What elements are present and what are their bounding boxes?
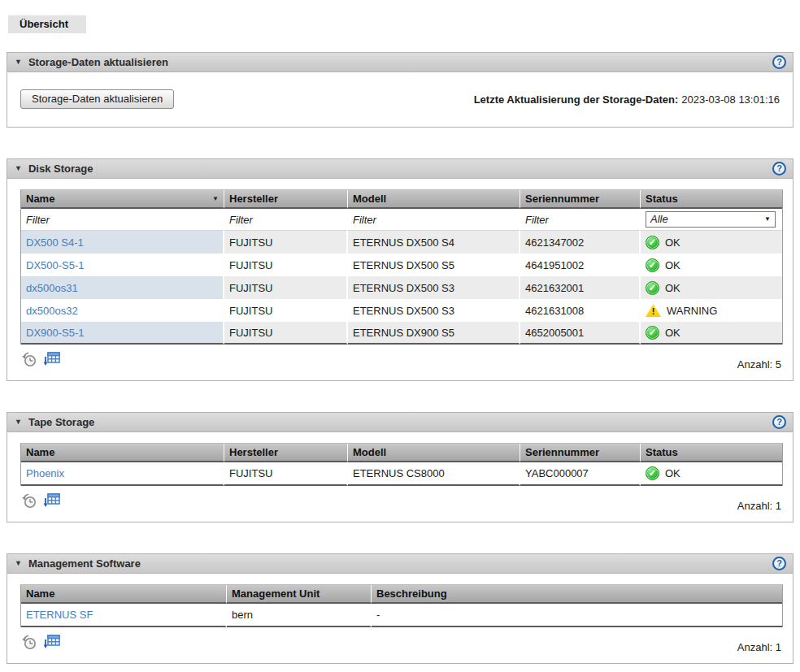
panel-header-tape-storage[interactable]: ▼ Tape Storage ? xyxy=(7,413,793,432)
panel-body-tape-storage: Name Hersteller Modell Seriennummer Stat… xyxy=(7,432,793,522)
export-table-icon[interactable] xyxy=(42,492,61,512)
last-update-value: 2023-03-08 13:01:16 xyxy=(681,93,780,106)
column-header-seriennummer[interactable]: Seriennummer xyxy=(520,444,641,462)
description-cell: - xyxy=(372,604,782,627)
history-clock-icon[interactable] xyxy=(20,492,38,512)
column-header-name[interactable]: Name xyxy=(21,444,224,462)
table-row: DX500 S4-1 FUJITSU ETERNUS DX500 S4 4621… xyxy=(21,231,782,254)
column-header-name[interactable]: Name▼ xyxy=(21,190,224,209)
table-row: DX900-S5-1 FUJITSU ETERNUS DX900 S5 4652… xyxy=(21,322,782,345)
status-label: OK xyxy=(665,327,680,339)
status-filter-select[interactable]: Alle ▼ xyxy=(646,211,776,228)
panel-title: Disk Storage xyxy=(28,163,93,175)
storage-link[interactable]: Phoenix xyxy=(26,467,64,479)
storage-link[interactable]: DX900-S5-1 xyxy=(26,327,85,339)
status-warning-icon xyxy=(646,304,661,317)
table-header-row: Name▼ Hersteller Modell Seriennummer Sta… xyxy=(21,190,782,209)
serial-cell: 4621347002 xyxy=(520,231,641,254)
column-header-hersteller[interactable]: Hersteller xyxy=(224,190,348,209)
serial-cell: 4652005001 xyxy=(520,322,641,345)
column-header-name[interactable]: Name xyxy=(21,585,227,604)
column-header-seriennummer[interactable]: Seriennummer xyxy=(520,190,641,209)
model-cell: ETERNUS CS8000 xyxy=(348,462,520,486)
storage-link[interactable]: dx500os32 xyxy=(26,305,78,317)
management-software-link[interactable]: ETERNUS SF xyxy=(26,609,93,621)
status-label: WARNING xyxy=(667,305,717,317)
panel-title: Tape Storage xyxy=(28,416,94,428)
help-icon[interactable]: ? xyxy=(772,415,786,429)
table-footer: Anzahl: 5 xyxy=(20,350,781,371)
status-ok-icon xyxy=(646,258,659,272)
count-label: Anzahl: 5 xyxy=(737,358,781,371)
filter-row: Alle ▼ xyxy=(21,209,782,231)
panel-tape-storage: ▼ Tape Storage ? Name Hersteller Modell … xyxy=(7,412,793,522)
tab-uebersicht[interactable]: Übersicht xyxy=(8,15,86,33)
refresh-storage-data-button[interactable]: Storage-Daten aktualisieren xyxy=(20,89,174,109)
collapse-icon[interactable]: ▼ xyxy=(15,560,22,567)
status-ok-icon xyxy=(646,281,659,295)
model-cell: ETERNUS DX500 S3 xyxy=(348,276,520,299)
last-update-label: Letzte Aktualisierung der Storage-Daten: xyxy=(474,93,679,106)
panel-disk-storage: ▼ Disk Storage ? Name▼ Hersteller Modell… xyxy=(7,158,793,381)
serial-cell: YABC000007 xyxy=(520,462,641,486)
table-row: dx500os32 FUJITSU ETERNUS DX500 S3 46216… xyxy=(21,299,782,322)
column-header-management-unit[interactable]: Management Unit xyxy=(227,585,372,604)
panel-body-management-software: Name Management Unit Beschreibung ETERNU… xyxy=(7,574,793,663)
table-header-row: Name Hersteller Modell Seriennummer Stat… xyxy=(21,444,782,462)
tape-storage-table: Name Hersteller Modell Seriennummer Stat… xyxy=(20,443,783,486)
count-label: Anzahl: 1 xyxy=(737,500,781,512)
status-filter-value: Alle xyxy=(650,213,668,225)
filter-input-seriennummer[interactable] xyxy=(525,214,628,226)
last-update-info: Letzte Aktualisierung der Storage-Daten:… xyxy=(474,93,780,106)
column-header-modell[interactable]: Modell xyxy=(348,444,520,462)
panel-header-storage-refresh[interactable]: ▼ Storage-Daten aktualisieren ? xyxy=(7,53,793,72)
status-ok-icon xyxy=(646,236,659,249)
chevron-down-icon: ▼ xyxy=(764,216,771,223)
table-row: DX500-S5-1 FUJITSU ETERNUS DX500 S5 4641… xyxy=(21,254,782,276)
storage-link[interactable]: dx500os31 xyxy=(26,282,78,294)
vendor-cell: FUJITSU xyxy=(224,254,348,276)
model-cell: ETERNUS DX500 S4 xyxy=(348,231,520,254)
vendor-cell: FUJITSU xyxy=(224,322,348,345)
filter-input-hersteller[interactable] xyxy=(229,214,336,226)
column-header-beschreibung[interactable]: Beschreibung xyxy=(372,585,782,604)
panel-header-management-software[interactable]: ▼ Management Software ? xyxy=(7,554,793,574)
help-icon[interactable]: ? xyxy=(772,557,786,570)
collapse-icon[interactable]: ▼ xyxy=(15,165,22,172)
history-clock-icon[interactable] xyxy=(20,350,38,371)
storage-link[interactable]: DX500 S4-1 xyxy=(26,236,84,249)
history-clock-icon[interactable] xyxy=(20,633,38,653)
filter-input-modell[interactable] xyxy=(353,214,506,226)
help-icon[interactable]: ? xyxy=(772,55,786,69)
sort-desc-icon[interactable]: ▼ xyxy=(212,195,219,202)
table-row: Phoenix FUJITSU ETERNUS CS8000 YABC00000… xyxy=(21,462,782,486)
filter-input-name[interactable] xyxy=(26,214,208,226)
serial-cell: 4641951002 xyxy=(520,254,641,276)
collapse-icon[interactable]: ▼ xyxy=(15,59,22,66)
panel-body-disk-storage: Name▼ Hersteller Modell Seriennummer Sta… xyxy=(7,179,793,380)
panel-title: Storage-Daten aktualisieren xyxy=(28,56,168,68)
vendor-cell: FUJITSU xyxy=(224,462,348,486)
vendor-cell: FUJITSU xyxy=(224,299,348,322)
count-label: Anzahl: 1 xyxy=(737,641,781,653)
status-ok-icon xyxy=(646,466,659,480)
status-ok-icon xyxy=(646,326,659,340)
table-footer: Anzahl: 1 xyxy=(20,492,781,512)
column-header-status[interactable]: Status xyxy=(641,444,782,462)
column-header-hersteller[interactable]: Hersteller xyxy=(224,444,348,462)
overview-page: Übersicht ▼ Storage-Daten aktualisieren … xyxy=(0,0,800,672)
panel-title: Management Software xyxy=(28,557,141,570)
column-header-status[interactable]: Status xyxy=(641,190,782,209)
panel-header-disk-storage[interactable]: ▼ Disk Storage ? xyxy=(7,159,793,179)
vendor-cell: FUJITSU xyxy=(224,276,348,299)
export-table-icon[interactable] xyxy=(42,633,61,653)
export-table-icon[interactable] xyxy=(42,350,61,371)
table-row: ETERNUS SF bern - xyxy=(21,604,782,627)
column-header-modell[interactable]: Modell xyxy=(348,190,520,209)
collapse-icon[interactable]: ▼ xyxy=(15,418,22,426)
serial-cell: 4621632001 xyxy=(520,276,641,299)
help-icon[interactable]: ? xyxy=(772,162,786,176)
storage-link[interactable]: DX500-S5-1 xyxy=(26,259,85,271)
panel-storage-refresh: ▼ Storage-Daten aktualisieren ? Storage-… xyxy=(7,52,793,128)
serial-cell: 4621631008 xyxy=(520,299,641,322)
